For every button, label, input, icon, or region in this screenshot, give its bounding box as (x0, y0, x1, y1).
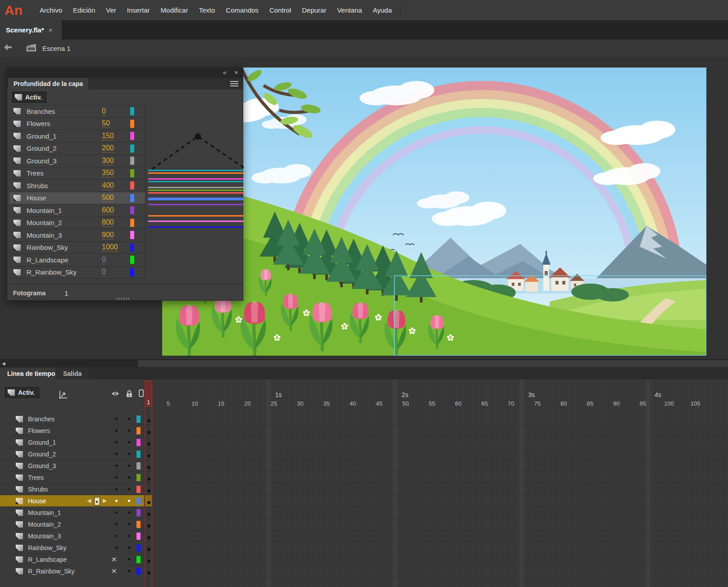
playhead[interactable]: 1 (145, 381, 152, 406)
layer-outline-color-swatch[interactable] (136, 427, 141, 434)
layer-hidden-x-icon[interactable]: ✕ (111, 567, 117, 575)
timeline-grid-row-rainbow_sky[interactable] (145, 542, 728, 554)
layer-lock-dot[interactable] (128, 511, 130, 514)
easing-graph-icon[interactable] (59, 390, 68, 401)
layer-outline-color-swatch[interactable] (136, 533, 141, 540)
layer-color-swatch[interactable] (130, 181, 134, 190)
timeline-grid[interactable]: 1s2s3s4s51015202530354045505560657075808… (145, 379, 728, 587)
layer-outline-color-swatch[interactable] (136, 497, 141, 505)
menu-modificar[interactable]: Modificar (155, 6, 194, 14)
depth-value-field[interactable]: 0 (102, 107, 106, 116)
layer-visibility-dot[interactable] (115, 546, 118, 549)
timeline-ruler[interactable]: 1s2s3s4s51015202530354045505560657075808… (145, 379, 728, 407)
depth-layer-row-trees[interactable]: Trees350 (9, 167, 145, 180)
depth-layer-row-rainbow_sky[interactable]: Rainbow_Sky1000 (9, 242, 145, 254)
timeline-grid-row-r_rainbow_sky[interactable] (145, 565, 728, 577)
depth-layer-row-mountain_3[interactable]: Mountain_3900 (9, 229, 145, 242)
layer-lock-dot[interactable] (128, 488, 130, 490)
menu-ventana[interactable]: Ventana (332, 6, 367, 14)
depth-value-field[interactable]: 500 (102, 194, 114, 202)
depth-value-field[interactable]: 200 (102, 144, 114, 153)
layer-outline-color-swatch[interactable] (136, 439, 141, 446)
outline-color-column-icon[interactable] (139, 389, 144, 399)
depth-value-field[interactable]: 150 (102, 132, 114, 140)
layer-outline-color-swatch[interactable] (136, 415, 141, 423)
back-arrow-icon[interactable] (4, 44, 13, 53)
depth-value-field[interactable]: 0 (102, 256, 106, 264)
timeline-grid-row-ground_3[interactable] (145, 460, 728, 472)
layer-visibility-dot[interactable] (115, 488, 118, 490)
tab-layer-depth[interactable]: Profundidad de la capa (8, 78, 88, 90)
layer-visibility-dot[interactable] (115, 418, 118, 420)
layer-color-swatch[interactable] (130, 107, 134, 115)
depth-layer-row-ground_3[interactable]: Ground_3300 (9, 155, 145, 167)
layer-outline-color-swatch[interactable] (136, 556, 141, 563)
depth-layer-row-flowers[interactable]: Flowers50 (9, 118, 145, 131)
tab-salida[interactable]: Salida (56, 368, 89, 379)
menu-depurar[interactable]: Depurar (296, 6, 332, 14)
depth-value-field[interactable]: 300 (102, 157, 114, 165)
layer-lock-dot[interactable] (128, 441, 130, 443)
scrollbar-thumb[interactable] (137, 360, 728, 367)
layer-outline-color-swatch[interactable] (136, 462, 141, 470)
document-tab-close-icon[interactable]: × (49, 26, 53, 34)
timeline-layer-row-r_rainbow_sky[interactable]: R_Rainbow_Sky✕ (0, 565, 144, 577)
layer-color-swatch[interactable] (130, 169, 134, 177)
layer-color-swatch[interactable] (130, 206, 134, 214)
depth-layer-row-ground_2[interactable]: Ground_2200 (9, 143, 145, 155)
timeline-layer-row-ground_3[interactable]: Ground_3 (0, 460, 144, 472)
depth-layer-row-mountain_1[interactable]: Mountain_1600 (9, 204, 145, 217)
scroll-left-arrow-icon[interactable]: ◀ (2, 361, 5, 366)
depth-layer-row-house[interactable]: House500 (9, 192, 145, 205)
timeline-grid-row-ground_2[interactable] (145, 448, 728, 460)
timeline-grid-row-r_landscape[interactable] (145, 554, 728, 565)
layer-outline-color-swatch[interactable] (136, 486, 141, 493)
timeline-grid-row-branches[interactable] (145, 413, 728, 425)
active-layers-button[interactable]: Activ. (12, 91, 47, 103)
timeline-grid-row-trees[interactable] (145, 472, 728, 483)
menu-control[interactable]: Control (264, 6, 296, 14)
timeline-layer-row-shrubs[interactable]: Shrubs (0, 483, 144, 495)
layer-outline-color-swatch[interactable] (136, 521, 141, 528)
layer-hidden-x-icon[interactable]: ✕ (111, 555, 117, 564)
timeline-layer-row-trees[interactable]: Trees (0, 472, 144, 483)
layer-lock-dot[interactable] (128, 465, 130, 467)
layer-lock-dot[interactable] (128, 476, 130, 479)
layer-lock-dot[interactable] (128, 535, 130, 537)
timeline-grid-row-shrubs[interactable] (145, 483, 728, 495)
layer-color-swatch[interactable] (130, 157, 134, 165)
layer-outline-color-swatch[interactable] (136, 509, 141, 516)
timeline-grid-row-mountain_1[interactable] (145, 507, 728, 519)
layer-lock-dot[interactable] (128, 418, 130, 420)
menu-texto[interactable]: Texto (193, 6, 220, 14)
layer-lock-dot[interactable] (128, 453, 130, 455)
layer-lock-dot[interactable] (128, 500, 130, 502)
timeline-layer-row-ground_2[interactable]: Ground_2 (0, 448, 144, 460)
layer-visibility-dot[interactable] (115, 429, 118, 432)
layer-visibility-dot[interactable] (115, 511, 118, 514)
depth-value-field[interactable]: 0 (102, 268, 106, 276)
depth-value-field[interactable]: 50 (102, 119, 110, 128)
lock-all-icon[interactable] (126, 390, 132, 399)
layer-visibility-dot[interactable] (115, 535, 118, 537)
layer-color-swatch[interactable] (130, 268, 134, 276)
next-keyframe-icon[interactable]: ▶ (103, 497, 107, 504)
layer-lock-dot[interactable] (128, 429, 130, 432)
depth-layer-row-r_landscape[interactable]: R_Landscape0 (9, 254, 145, 266)
layer-color-swatch[interactable] (130, 120, 134, 128)
timeline-active-layers-button[interactable]: Activ. (5, 387, 40, 398)
tab-línea-de-tiempo[interactable]: Línea de tiempo (0, 368, 63, 379)
layer-outline-color-swatch[interactable] (136, 544, 141, 551)
layer-outline-color-swatch[interactable] (136, 568, 141, 575)
layer-lock-dot[interactable] (128, 570, 130, 572)
previous-keyframe-icon[interactable]: ◀ (87, 497, 91, 504)
layer-visibility-dot[interactable] (115, 523, 118, 525)
layer-visibility-dot[interactable] (115, 476, 118, 479)
timeline-layer-row-r_landscape[interactable]: R_Landscape✕ (0, 554, 144, 565)
depth-value-field[interactable]: 900 (102, 231, 114, 239)
panel-titlebar[interactable]: « × (7, 68, 243, 78)
timeline-grid-row-ground_1[interactable] (145, 437, 728, 448)
collapse-panel-icon[interactable]: « (223, 68, 227, 76)
layer-color-swatch[interactable] (130, 144, 134, 153)
layer-visibility-dot[interactable] (115, 500, 118, 502)
